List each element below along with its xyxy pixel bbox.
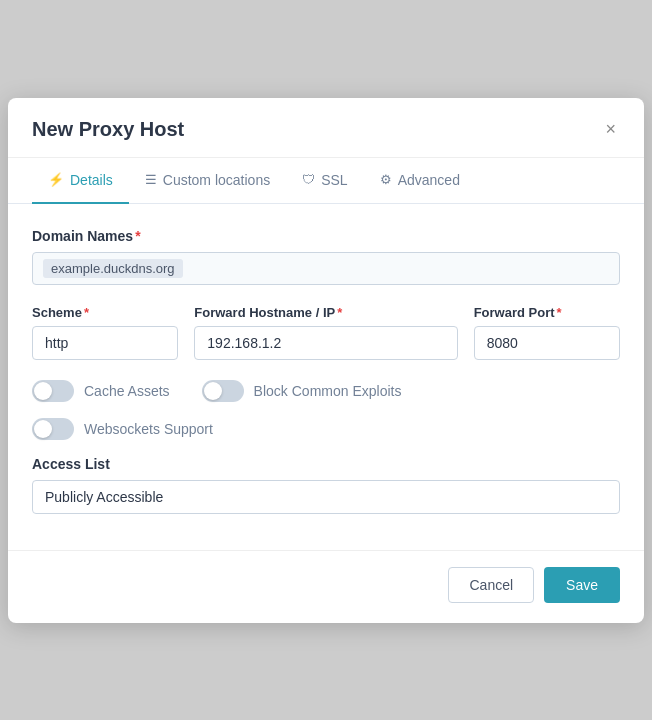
access-list-label: Access List [32,456,620,472]
toggle-row-2: Websockets Support [32,418,620,440]
toggle-row-1: Cache Assets Block Common Exploits [32,380,620,402]
cache-assets-toggle[interactable] [32,380,74,402]
tab-ssl[interactable]: 🛡 SSL [286,158,363,204]
forward-hostname-group: Forward Hostname / IP* [194,305,457,360]
block-exploits-slider [202,380,244,402]
tab-details-label: Details [70,172,113,188]
access-list-input[interactable] [32,480,620,514]
gear-icon: ⚙ [380,172,392,187]
tab-custom-locations[interactable]: ☰ Custom locations [129,158,286,204]
layers-icon: ☰ [145,172,157,187]
scheme-group: Scheme* [32,305,178,360]
domain-names-input-area[interactable]: example.duckdns.org [32,252,620,285]
details-icon: ⚡ [48,172,64,187]
block-exploits-label: Block Common Exploits [254,383,402,399]
close-button[interactable]: × [601,118,620,140]
websockets-toggle[interactable] [32,418,74,440]
save-button[interactable]: Save [544,567,620,603]
forward-port-input[interactable] [474,326,620,360]
domain-tag: example.duckdns.org [43,259,183,278]
websockets-label: Websockets Support [84,421,213,437]
forward-hostname-input[interactable] [194,326,457,360]
tab-advanced-label: Advanced [398,172,460,188]
modal-footer: Cancel Save [8,550,644,623]
modal-header: New Proxy Host × [8,98,644,158]
forward-port-group: Forward Port* [474,305,620,360]
scheme-label: Scheme* [32,305,178,320]
cache-assets-label: Cache Assets [84,383,170,399]
block-exploits-toggle[interactable] [202,380,244,402]
connection-fields: Scheme* Forward Hostname / IP* Forward P… [32,305,620,360]
forward-hostname-label: Forward Hostname / IP* [194,305,457,320]
tab-ssl-label: SSL [321,172,347,188]
cache-assets-slider [32,380,74,402]
tab-advanced[interactable]: ⚙ Advanced [364,158,476,204]
modal-dialog: New Proxy Host × ⚡ Details ☰ Custom loca… [8,98,644,623]
modal-body: Domain Names* example.duckdns.org Scheme… [8,204,644,550]
domain-names-label: Domain Names* [32,228,620,244]
cache-assets-toggle-item: Cache Assets [32,380,170,402]
tab-custom-locations-label: Custom locations [163,172,270,188]
modal-title: New Proxy Host [32,118,184,141]
shield-icon: 🛡 [302,172,315,187]
websockets-toggle-item: Websockets Support [32,418,213,440]
modal-overlay: New Proxy Host × ⚡ Details ☰ Custom loca… [0,0,652,720]
domain-names-group: Domain Names* example.duckdns.org [32,228,620,285]
block-exploits-toggle-item: Block Common Exploits [202,380,402,402]
scheme-input[interactable] [32,326,178,360]
tab-details[interactable]: ⚡ Details [32,158,129,204]
cancel-button[interactable]: Cancel [448,567,534,603]
forward-port-label: Forward Port* [474,305,620,320]
tab-bar: ⚡ Details ☰ Custom locations 🛡 SSL ⚙ Adv… [8,158,644,204]
websockets-slider [32,418,74,440]
access-list-group: Access List [32,456,620,514]
